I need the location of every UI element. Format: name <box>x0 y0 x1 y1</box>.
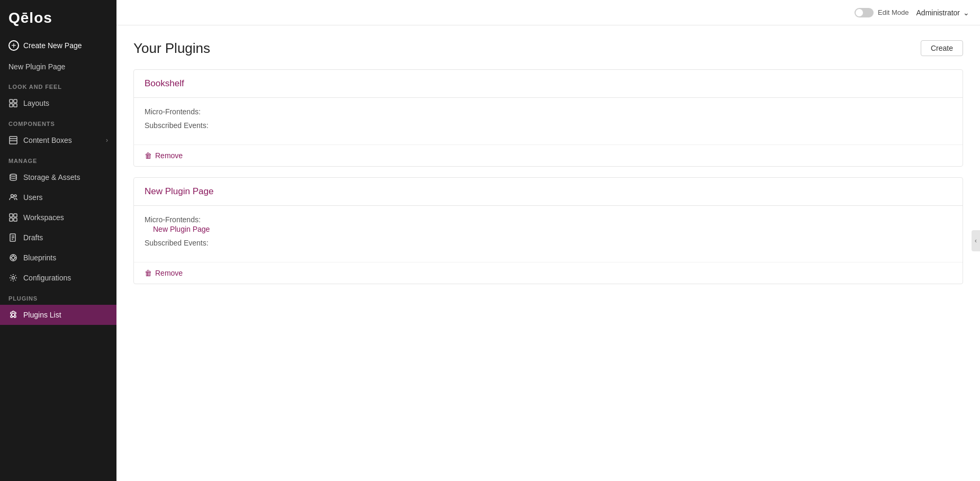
svg-rect-10 <box>10 214 13 217</box>
edit-mode-toggle[interactable]: Edit Mode <box>855 8 909 17</box>
page-title: Your Plugins <box>133 40 963 57</box>
svg-point-7 <box>10 174 16 176</box>
plugin-card-footer-bookshelf: 🗑 Remove <box>134 144 963 166</box>
plugin-card-body-bookshelf: Micro-Frontends: Subscribed Events: <box>134 98 963 144</box>
svg-rect-3 <box>14 104 17 107</box>
sidebar-item-new-plugin-page[interactable]: New Plugin Page <box>0 57 116 76</box>
svg-point-25 <box>12 313 15 316</box>
users-icon <box>8 193 18 202</box>
grid-icon <box>8 98 18 108</box>
plugin-card-footer-new-plugin-page: 🗑 Remove <box>134 262 963 284</box>
chevron-down-icon: › <box>106 137 108 144</box>
sidebar-item-users[interactable]: Users <box>0 187 116 207</box>
new-plugin-page-label: New Plugin Page <box>8 62 65 71</box>
remove-button-bookshelf[interactable]: 🗑 Remove <box>145 151 183 160</box>
workspaces-icon <box>8 213 18 222</box>
create-new-page-button[interactable]: + Create New Page <box>0 34 116 57</box>
storage-icon <box>8 173 18 182</box>
plugin-card-title-new-plugin-page: New Plugin Page <box>145 186 213 196</box>
collapse-handle[interactable]: ‹ <box>972 230 980 251</box>
plugin-card-title-bookshelf: Bookshelf <box>145 78 184 88</box>
sidebar-item-storage-assets[interactable]: Storage & Assets <box>0 167 116 187</box>
drafts-label: Drafts <box>23 233 43 242</box>
workspaces-label: Workspaces <box>23 213 64 222</box>
micro-frontends-value-new-plugin-page: New Plugin Page <box>145 225 952 233</box>
remove-label-bookshelf: Remove <box>155 151 183 160</box>
content-boxes-icon <box>8 135 18 145</box>
svg-point-8 <box>11 195 14 197</box>
subscribed-events-label-new-plugin-page: Subscribed Events: <box>145 239 209 247</box>
configurations-icon <box>8 273 18 283</box>
admin-dropdown[interactable]: Administrator ⌄ <box>916 8 969 17</box>
micro-frontends-label-bookshelf: Micro-Frontends: <box>145 107 201 116</box>
plugins-icon <box>8 310 18 320</box>
configurations-label: Configurations <box>23 274 71 282</box>
svg-point-24 <box>12 277 15 279</box>
plugin-field-subscribed-events-bookshelf: Subscribed Events: <box>145 121 952 130</box>
svg-rect-1 <box>14 99 17 103</box>
edit-mode-label: Edit Mode <box>878 8 909 16</box>
sidebar-item-workspaces[interactable]: Workspaces <box>0 207 116 228</box>
drafts-icon <box>8 233 18 242</box>
section-label-look-and-feel: LOOK AND FEEL <box>0 76 116 93</box>
subscribed-events-label-bookshelf: Subscribed Events: <box>145 121 209 130</box>
plugins-list-label: Plugins List <box>23 311 61 319</box>
content-boxes-label: Content Boxes <box>23 136 72 144</box>
topbar: Edit Mode Administrator ⌄ <box>116 0 980 25</box>
sidebar-item-drafts[interactable]: Drafts <box>0 228 116 248</box>
micro-frontends-label-new-plugin-page: Micro-Frontends: <box>145 215 201 224</box>
blueprints-label: Blueprints <box>23 253 56 262</box>
remove-label-new-plugin-page: Remove <box>155 269 183 277</box>
app-logo: Qēlos <box>0 0 116 34</box>
svg-rect-2 <box>10 104 13 107</box>
layouts-label: Layouts <box>23 99 49 107</box>
admin-label: Administrator <box>916 8 960 17</box>
plus-icon: + <box>8 40 19 51</box>
create-new-page-label: Create New Page <box>23 41 82 50</box>
trash-icon-bookshelf: 🗑 <box>145 151 152 160</box>
remove-button-new-plugin-page[interactable]: 🗑 Remove <box>145 269 183 277</box>
plugin-card-body-new-plugin-page: Micro-Frontends: New Plugin Page Subscri… <box>134 206 963 262</box>
sidebar-item-plugins-list[interactable]: Plugins List <box>0 305 116 325</box>
svg-point-19 <box>12 256 15 259</box>
trash-icon-new-plugin-page: 🗑 <box>145 269 152 277</box>
plugin-card-new-plugin-page: New Plugin Page Micro-Frontends: New Plu… <box>133 177 963 284</box>
svg-rect-0 <box>10 99 13 103</box>
sidebar-item-configurations[interactable]: Configurations <box>0 268 116 288</box>
plugin-card-header-bookshelf: Bookshelf <box>134 70 963 98</box>
sidebar-item-layouts[interactable]: Layouts <box>0 93 116 113</box>
toggle-switch[interactable] <box>855 8 874 17</box>
content-area: Your Plugins Create Bookshelf Micro-Fron… <box>116 25 980 481</box>
section-label-components: COMPONENTS <box>0 113 116 130</box>
section-label-plugins: PLUGINS <box>0 288 116 305</box>
svg-rect-12 <box>10 218 13 221</box>
plugin-field-micro-frontends-bookshelf: Micro-Frontends: <box>145 107 952 116</box>
plugin-card-bookshelf: Bookshelf Micro-Frontends: Subscribed Ev… <box>133 69 963 167</box>
sidebar-item-content-boxes[interactable]: Content Boxes › <box>0 130 116 150</box>
plugin-field-subscribed-events-new-plugin-page: Subscribed Events: <box>145 239 952 247</box>
svg-rect-13 <box>14 218 17 221</box>
plugin-field-micro-frontends-new-plugin-page: Micro-Frontends: New Plugin Page <box>145 215 952 233</box>
main-area: Edit Mode Administrator ⌄ Your Plugins C… <box>116 0 980 481</box>
sidebar-item-blueprints[interactable]: Blueprints <box>0 248 116 268</box>
section-label-manage: MANAGE <box>0 150 116 167</box>
blueprints-icon <box>8 253 18 262</box>
chevron-down-icon: ⌄ <box>963 8 969 17</box>
users-label: Users <box>23 193 43 202</box>
sidebar: Qēlos + Create New Page New Plugin Page … <box>0 0 116 481</box>
svg-point-9 <box>14 195 16 197</box>
storage-assets-label: Storage & Assets <box>23 173 80 181</box>
svg-rect-11 <box>14 214 17 217</box>
create-button[interactable]: Create <box>921 40 963 56</box>
svg-rect-4 <box>10 137 17 144</box>
plugin-card-header-new-plugin-page: New Plugin Page <box>134 178 963 206</box>
